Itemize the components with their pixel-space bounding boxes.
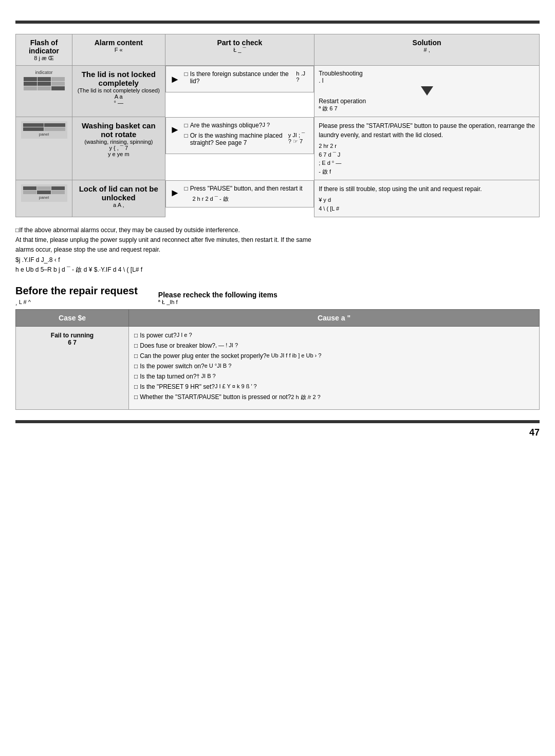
cause-item-5: Is the tap turned on?† JI B ? bbox=[134, 373, 534, 380]
alarm-main-3: Lock of lid can not be unlocked bbox=[79, 184, 158, 202]
solution-sub-1: Restart operationª 啟 6 7 bbox=[319, 98, 535, 112]
part-cell-2: ► Are the washings oblique?J ? Or is the… bbox=[165, 117, 314, 154]
cause-item-2: Does fuse or breaker blow?, — ! JI ? bbox=[134, 342, 534, 349]
bottom-bar bbox=[15, 420, 540, 423]
col4-sub: # , bbox=[319, 47, 535, 53]
note-line1: □If the above abnormal alarms occur, the… bbox=[15, 225, 540, 235]
table-row: indicator The lid is not locked complete… bbox=[16, 66, 540, 117]
alarm-sub-1: (The lid is not completely closed) bbox=[77, 87, 161, 93]
note-line5: h e Ub d 5–R b j d ¯ - 啟 d ¥ $.·Y.IF d 4… bbox=[15, 265, 540, 275]
cause-item-1: Is power cut?J I e ? bbox=[134, 332, 534, 339]
triangle-down-1 bbox=[421, 86, 433, 96]
cause-item-4: Is the power switch on?e U °JI B ? bbox=[134, 363, 534, 370]
arrow-3: ► bbox=[170, 187, 180, 199]
note-section: □If the above abnormal alarms occur, the… bbox=[15, 225, 540, 275]
repair-desc-block: Please recheck the following items ª Ł _… bbox=[158, 289, 278, 305]
col-solution: Solution # , bbox=[314, 34, 540, 66]
troubleshoot-table: Flash of indicator 8 j æ Œ Alarm content… bbox=[15, 34, 540, 217]
repair-section: Before the repair request ¸ L # ^ Please… bbox=[15, 285, 540, 410]
indicator-cell-3: panel bbox=[16, 180, 72, 217]
repair-title-block: Before the repair request ¸ L # ^ bbox=[15, 285, 138, 305]
repair-header: Before the repair request ¸ L # ^ Please… bbox=[15, 285, 540, 305]
part-cell-1: ► Is there foreign substance under the l… bbox=[165, 66, 314, 92]
part-text-3: Press "PAUSE" button, and then restart i… bbox=[184, 185, 302, 203]
solution-main-1: Troubleshooting. l bbox=[319, 70, 535, 84]
alarm-korean-2: y { , ¯ 7y e ye m bbox=[77, 145, 161, 157]
repair-table-row: Fail to running6 7 Is power cut?J I e ? … bbox=[16, 326, 540, 409]
solution-cell-3: If there is still trouble, stop using th… bbox=[314, 180, 540, 217]
alarm-main-2: Washing basket can not rotate bbox=[82, 121, 156, 139]
arrow-1: ► bbox=[170, 73, 180, 85]
col-alarm: Alarm content F « bbox=[72, 34, 165, 66]
cause-cell: Is power cut?J I e ? Does fuse or breake… bbox=[129, 326, 540, 409]
solution-cell-1: Troubleshooting. l Restart operationª 啟 … bbox=[314, 66, 540, 117]
indicator-cell-1: indicator bbox=[16, 66, 72, 117]
col2-label: Alarm content bbox=[95, 39, 143, 47]
indicator-cell-2: panel bbox=[16, 117, 72, 180]
solution-cell-2: Please press the "START/PAUSE" button to… bbox=[314, 117, 540, 180]
repair-desc: Please recheck the following items bbox=[158, 291, 278, 299]
note-line2: At that time, please unplug the power su… bbox=[15, 235, 540, 245]
repair-desc-korean: ª Ł _Ih f bbox=[158, 299, 278, 305]
alarm-korean-1: A a° — bbox=[77, 93, 161, 106]
solution-korean-3: ¥ y d4 \ ( [L # bbox=[319, 196, 535, 213]
solution-main-3: If there is still trouble, stop using th… bbox=[319, 184, 535, 194]
solution-main-2: Please press the "START/PAUSE" button to… bbox=[319, 121, 535, 140]
repair-col1-header: Case $e bbox=[16, 309, 129, 326]
part-item-3b: 2 h r 2 d ¯ - 啟 bbox=[192, 195, 302, 203]
page-number: 47 bbox=[15, 427, 540, 438]
cause-item-7: Whether the "START/PAUSE" button is pres… bbox=[134, 393, 534, 401]
part-item-2a: Are the washings oblique?J ? bbox=[184, 122, 309, 129]
repair-table: Case $e Cause a " Fail to running6 7 Is … bbox=[15, 309, 540, 410]
col2-sub: F « bbox=[77, 47, 161, 53]
alarm-cell-3: Lock of lid can not be unlocked a A , bbox=[72, 180, 165, 217]
col1-sub: 8 j æ Œ bbox=[20, 55, 68, 61]
col1-label: Flash of indicator bbox=[29, 39, 59, 55]
part-item-1a: Is there foreign substance under the lid… bbox=[184, 70, 309, 85]
alarm-main-1: The lid is not locked completely bbox=[82, 70, 156, 87]
col4-label: Solution bbox=[413, 39, 441, 47]
alarm-korean-3: a A , bbox=[77, 202, 161, 208]
col-flash: Flash of indicator 8 j æ Œ bbox=[16, 34, 72, 66]
cause-item-3: Can the power plug enter the socket prop… bbox=[134, 352, 534, 360]
table-row: panel Washing basket can not rotate (was… bbox=[16, 117, 540, 180]
repair-title-korean: ¸ L # ^ bbox=[15, 299, 138, 305]
repair-col2-header: Cause a " bbox=[129, 309, 540, 326]
repair-title: Before the repair request bbox=[15, 285, 138, 297]
top-bar bbox=[15, 21, 540, 24]
col3-sub: Ł _ ¯ bbox=[170, 47, 310, 53]
note-line4: $j .Y.IF d J_.8 ‹ f bbox=[15, 255, 540, 265]
arrow-2: ► bbox=[170, 124, 180, 136]
part-item-3a: Press "PAUSE" button, and then restart i… bbox=[184, 185, 302, 192]
part-cell-3: ► Press "PAUSE" button, and then restart… bbox=[165, 180, 314, 207]
table-row: panel Lock of lid can not be unlocked a … bbox=[16, 180, 540, 217]
case-cell: Fail to running6 7 bbox=[16, 326, 129, 409]
part-text-2: Are the washings oblique?J ? Or is the w… bbox=[184, 122, 309, 149]
col-part: Part to check Ł _ ¯ bbox=[165, 34, 314, 66]
alarm-cell-2: Washing basket can not rotate (washing, … bbox=[72, 117, 165, 180]
col3-label: Part to check bbox=[217, 39, 262, 47]
alarm-cell-1: The lid is not locked completely (The li… bbox=[72, 66, 165, 117]
part-item-2b: Or is the washing machine placed straigh… bbox=[184, 132, 309, 146]
note-line3: alarms occur, please stop the use and re… bbox=[15, 245, 540, 255]
part-text-1: Is there foreign substance under the lid… bbox=[184, 70, 309, 88]
alarm-sub-2: (washing, rinsing, spinning) bbox=[77, 139, 161, 145]
indicator-label-1: indicator bbox=[20, 70, 68, 75]
solution-korean-2: 2 hr 2 r6 7 d ¯ J; E d ° — - 啟 f bbox=[319, 142, 535, 176]
cause-item-6: Is the "PRESET 9 HR" set?J I £ Y ¤ k 9 ß… bbox=[134, 383, 534, 390]
